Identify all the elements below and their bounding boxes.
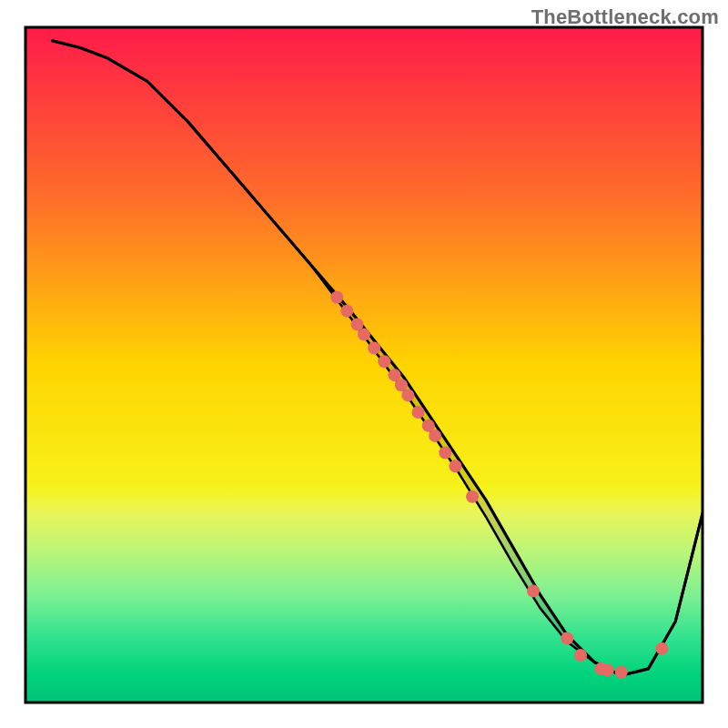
gradient-background bbox=[25, 27, 703, 703]
scatter-point bbox=[429, 430, 441, 442]
scatter-point bbox=[439, 446, 451, 459]
scatter-point bbox=[368, 341, 380, 354]
scatter-point bbox=[527, 585, 540, 598]
scatter-point bbox=[574, 649, 587, 662]
scatter-point bbox=[602, 663, 614, 676]
scatter-point bbox=[655, 642, 668, 655]
scatter-point bbox=[449, 460, 461, 472]
scatter-point bbox=[412, 406, 425, 419]
chart-container: TheBottleneck.com bbox=[0, 0, 728, 728]
scatter-point bbox=[561, 632, 573, 645]
scatter-point bbox=[358, 329, 370, 341]
watermark-label: TheBottleneck.com bbox=[531, 5, 719, 29]
scatter-point bbox=[615, 666, 628, 679]
scatter-point bbox=[330, 291, 343, 304]
bottleneck-chart bbox=[0, 0, 728, 728]
scatter-point bbox=[401, 389, 414, 401]
scatter-point bbox=[340, 305, 353, 318]
scatter-point bbox=[378, 355, 390, 368]
scatter-point bbox=[466, 490, 479, 503]
